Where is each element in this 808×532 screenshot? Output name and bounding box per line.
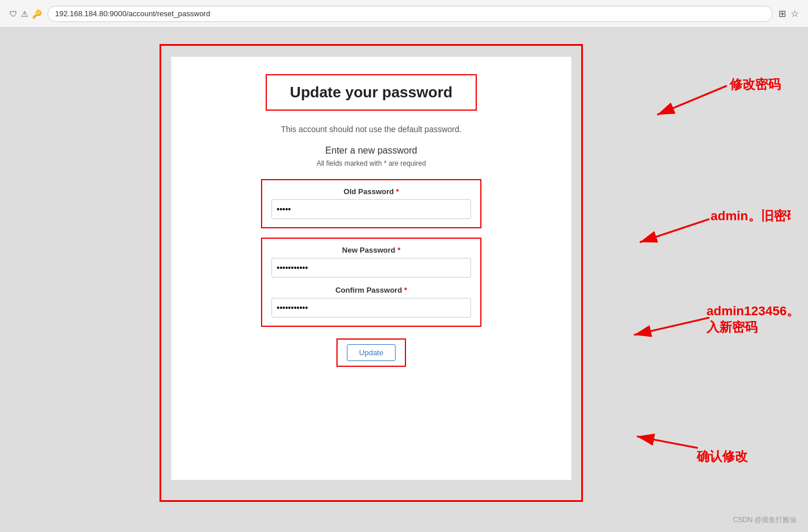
svg-text:修改密码: 修改密码 bbox=[729, 77, 781, 92]
page-background: Update your password This account should… bbox=[0, 28, 808, 532]
extensions-icon[interactable]: ⊞ bbox=[778, 8, 786, 19]
browser-actions: ⊞ ☆ bbox=[778, 8, 799, 19]
svg-text:确认修改: 确认修改 bbox=[696, 449, 748, 464]
annotation-arrow-2: admin。旧密码 bbox=[605, 207, 791, 265]
browser-security-icons: 🛡 ⚠ 🔑 bbox=[9, 9, 42, 19]
svg-line-4 bbox=[640, 219, 709, 242]
svg-line-11 bbox=[637, 436, 698, 448]
svg-text:admin123456。输: admin123456。输 bbox=[706, 304, 796, 318]
svg-line-7 bbox=[634, 318, 709, 335]
url-text: 192.168.184.80:9000/account/reset_passwo… bbox=[55, 9, 210, 18]
browser-bar: 🛡 ⚠ 🔑 192.168.184.80:9000/account/reset_… bbox=[0, 0, 808, 28]
caution-icon: ⚠ bbox=[21, 9, 28, 19]
annotation-arrow-3: admin123456。输 入新密码 bbox=[593, 300, 796, 370]
shield-icon: 🛡 bbox=[9, 9, 17, 19]
svg-text:admin。旧密码: admin。旧密码 bbox=[711, 209, 791, 223]
key-icon: 🔑 bbox=[32, 9, 42, 19]
svg-line-1 bbox=[657, 86, 727, 115]
annotation-arrow-1: 修改密码 bbox=[611, 74, 785, 144]
address-bar[interactable]: 192.168.184.80:9000/account/reset_passwo… bbox=[48, 6, 773, 22]
outer-annotation-box bbox=[160, 44, 583, 502]
star-icon[interactable]: ☆ bbox=[791, 8, 799, 19]
watermark: CSDN @摸鱼打酱油 bbox=[733, 515, 796, 525]
annotation-arrow-4: 确认修改 bbox=[605, 431, 767, 483]
svg-text:入新密码: 入新密码 bbox=[706, 320, 758, 334]
